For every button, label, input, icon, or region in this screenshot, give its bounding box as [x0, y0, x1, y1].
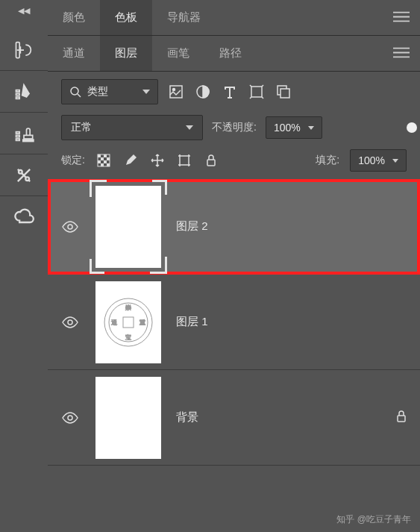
layers-list: 图层 2 崇宝通重 图层 1 背景: [48, 179, 420, 532]
panel-menu-icon-2[interactable]: [393, 47, 410, 60]
layer-row[interactable]: 背景: [48, 370, 420, 466]
watermark: 知乎 @吃豆子青年: [336, 513, 411, 526]
opacity-value: 100%: [274, 122, 301, 134]
svg-rect-27: [101, 157, 104, 160]
panel-tab-row: 通道 图层 画笔 路径: [48, 36, 420, 72]
svg-rect-29: [98, 160, 101, 163]
filter-shape-icon[interactable]: [248, 83, 266, 101]
chevron-down-icon: [142, 90, 150, 94]
svg-rect-23: [280, 89, 289, 98]
svg-rect-3: [16, 97, 20, 98]
tab-channels[interactable]: 通道: [48, 36, 100, 71]
type-filter-dropdown[interactable]: 类型: [61, 79, 158, 104]
search-icon: [69, 86, 81, 98]
type-filter-label: 类型: [87, 85, 108, 98]
fill-label: 填充:: [316, 154, 339, 167]
lock-label: 锁定:: [61, 154, 85, 167]
filter-smartobj-icon[interactable]: [275, 83, 292, 101]
layer-thumbnail[interactable]: 崇宝通重: [95, 281, 161, 363]
panel-menu-icon[interactable]: [393, 11, 410, 24]
lock-transparency-icon[interactable]: [95, 152, 112, 169]
svg-rect-26: [104, 154, 107, 157]
lock-brush-icon[interactable]: [122, 152, 139, 169]
chevron-down-icon: [308, 126, 314, 130]
svg-rect-39: [123, 317, 134, 328]
opacity-dropdown[interactable]: 100%: [266, 116, 322, 139]
filter-text-icon[interactable]: [221, 83, 239, 101]
tab-paths[interactable]: 路径: [204, 36, 257, 71]
layer-name: 背景: [176, 410, 198, 425]
svg-rect-21: [251, 87, 262, 97]
svg-rect-8: [23, 140, 34, 141]
svg-rect-34: [207, 160, 215, 166]
svg-rect-16: [393, 56, 410, 57]
svg-rect-11: [393, 11, 410, 13]
svg-point-36: [68, 320, 72, 325]
tool-stamp[interactable]: [8, 113, 40, 154]
svg-rect-4: [16, 131, 20, 133]
svg-rect-2: [16, 93, 20, 95]
tab-navigator[interactable]: 导航器: [152, 0, 216, 35]
svg-rect-5: [16, 135, 20, 137]
svg-rect-32: [107, 163, 110, 166]
layer-thumbnail[interactable]: [95, 377, 161, 459]
layer-row[interactable]: 崇宝通重 图层 1: [48, 275, 420, 370]
svg-text:崇: 崇: [125, 304, 131, 311]
tab-swatches[interactable]: 色板: [100, 0, 152, 35]
left-toolbar: ◀◀: [0, 0, 48, 532]
blend-mode-dropdown[interactable]: 正常: [61, 115, 203, 140]
svg-rect-13: [393, 20, 410, 22]
fill-dropdown[interactable]: 100%: [350, 149, 407, 172]
tool-brush-preset[interactable]: [8, 71, 40, 112]
filter-adjustment-icon[interactable]: [194, 83, 212, 101]
tab-color[interactable]: 颜色: [48, 0, 100, 35]
lock-move-icon[interactable]: [149, 152, 166, 169]
panels-area: 颜色 色板 导航器 通道 图层 画笔 路径 类型: [48, 0, 420, 532]
svg-rect-1: [16, 90, 20, 91]
opacity-label: 不透明度:: [212, 121, 257, 134]
layer-thumbnail[interactable]: [95, 186, 161, 268]
svg-point-19: [173, 89, 175, 91]
tool-history-brush[interactable]: [8, 29, 40, 70]
layer-name: 图层 1: [176, 315, 208, 329]
svg-rect-14: [393, 47, 410, 48]
svg-point-44: [68, 416, 72, 420]
filter-pixel-icon[interactable]: [167, 83, 185, 101]
svg-rect-6: [16, 139, 20, 140]
svg-text:宝: 宝: [125, 334, 131, 341]
blend-row: 正常 不透明度: 100%: [48, 110, 420, 146]
svg-rect-25: [98, 154, 101, 157]
tab-layers[interactable]: 图层: [100, 36, 152, 71]
tab-brushes[interactable]: 画笔: [152, 36, 204, 71]
lock-artboard-icon[interactable]: [176, 152, 192, 169]
filter-row: 类型: [48, 72, 420, 110]
lock-all-icon[interactable]: [203, 152, 219, 169]
collapse-icon[interactable]: ◀◀: [18, 6, 30, 16]
svg-point-17: [71, 87, 78, 95]
svg-rect-33: [180, 156, 189, 165]
svg-rect-45: [398, 416, 405, 422]
svg-rect-7: [24, 135, 33, 139]
visibility-toggle[interactable]: [60, 316, 81, 328]
tool-settings[interactable]: [8, 154, 40, 195]
svg-point-10: [25, 177, 29, 181]
fill-value: 100%: [358, 154, 385, 166]
layer-row[interactable]: 图层 2: [48, 179, 420, 275]
lock-row: 锁定: 填充: 100%: [48, 146, 420, 179]
layer-name: 图层 2: [176, 219, 208, 234]
svg-rect-28: [107, 157, 110, 160]
visibility-toggle[interactable]: [60, 221, 81, 233]
svg-point-9: [19, 170, 22, 174]
top-tab-row: 颜色 色板 导航器: [48, 0, 420, 36]
svg-text:通: 通: [111, 319, 117, 326]
svg-rect-18: [170, 86, 182, 98]
filter-toggle-dot[interactable]: [407, 122, 417, 133]
svg-rect-31: [101, 163, 104, 166]
blend-mode-value: 正常: [71, 121, 92, 134]
visibility-toggle[interactable]: [60, 412, 81, 424]
chevron-down-icon: [186, 125, 193, 130]
svg-rect-30: [104, 160, 107, 163]
layer-lock-icon[interactable]: [395, 410, 408, 425]
tool-creative-cloud[interactable]: [8, 196, 40, 237]
svg-point-35: [68, 225, 72, 229]
